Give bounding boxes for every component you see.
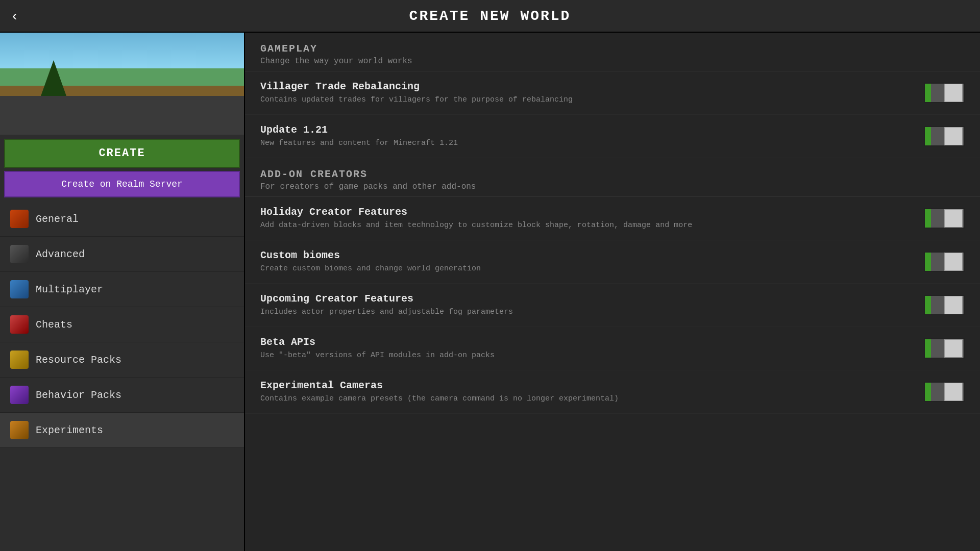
addon-section-title: ADD-ON CREATORS xyxy=(260,168,965,180)
back-button[interactable]: ‹ xyxy=(12,8,17,24)
table-row: Beta APIsUse "-beta" versions of API mod… xyxy=(245,327,980,370)
toggle-knob xyxy=(944,127,963,145)
toggle-knob xyxy=(944,383,963,401)
resource-icon xyxy=(10,350,29,369)
setting-name: Villager Trade Rebalancing xyxy=(260,81,914,92)
multiplayer-icon xyxy=(10,280,29,298)
toggle-active-indicator xyxy=(925,296,931,314)
toggle-switch[interactable] xyxy=(924,252,965,272)
toggle-switch[interactable] xyxy=(924,83,965,103)
toggle-container xyxy=(924,208,965,229)
world-preview xyxy=(0,33,244,135)
sidebar-item-label-advanced: Advanced xyxy=(36,248,85,260)
setting-info: Custom biomesCreate custom biomes and ch… xyxy=(260,249,914,274)
sidebar-item-label-cheats: Cheats xyxy=(36,319,72,331)
addon-section-desc: For creators of game packs and other add… xyxy=(260,182,965,191)
setting-description: Add data-driven blocks and item technolo… xyxy=(260,220,914,231)
setting-name: Upcoming Creator Features xyxy=(260,293,914,305)
table-row: Upcoming Creator FeaturesIncludes actor … xyxy=(245,284,980,327)
toggle-active-indicator xyxy=(925,84,931,102)
content-area: GAMEPLAY Change the way your world works… xyxy=(245,33,980,551)
toggle-switch[interactable] xyxy=(924,338,965,359)
behavior-icon xyxy=(10,386,29,404)
sidebar-item-general[interactable]: General xyxy=(0,202,244,237)
cheats-icon xyxy=(10,315,29,334)
gameplay-settings: Villager Trade RebalancingContains updat… xyxy=(245,71,980,158)
create-realm-button[interactable]: Create on Realm Server xyxy=(4,171,240,197)
setting-info: Upcoming Creator FeaturesIncludes actor … xyxy=(260,293,914,317)
addon-section-header: ADD-ON CREATORS For creators of game pac… xyxy=(245,158,980,197)
setting-name: Custom biomes xyxy=(260,249,914,261)
general-icon xyxy=(10,210,29,228)
setting-name: Beta APIs xyxy=(260,336,914,348)
toggle-container xyxy=(924,126,965,146)
setting-description: Use "-beta" versions of API modules in a… xyxy=(260,350,914,361)
toggle-active-indicator xyxy=(925,253,931,271)
experiments-icon xyxy=(10,421,29,439)
setting-info: Beta APIsUse "-beta" versions of API mod… xyxy=(260,336,914,361)
table-row: Villager Trade RebalancingContains updat… xyxy=(245,71,980,115)
toggle-switch[interactable] xyxy=(924,126,965,146)
setting-info: Holiday Creator FeaturesAdd data-driven … xyxy=(260,206,914,231)
setting-name: Update 1.21 xyxy=(260,124,914,136)
toggle-switch[interactable] xyxy=(924,295,965,315)
header: ‹ CREATE NEW WORLD xyxy=(0,0,980,33)
toggle-knob xyxy=(944,84,963,102)
toggle-switch[interactable] xyxy=(924,382,965,402)
setting-name: Experimental Cameras xyxy=(260,380,914,391)
setting-description: Contains example camera presets (the cam… xyxy=(260,393,914,404)
sidebar-item-label-behavior: Behavior Packs xyxy=(36,389,121,401)
setting-description: Contains updated trades for villagers fo… xyxy=(260,94,914,105)
toggle-container xyxy=(924,338,965,359)
sidebar-item-behavior[interactable]: Behavior Packs xyxy=(0,378,244,413)
table-row: Holiday Creator FeaturesAdd data-driven … xyxy=(245,197,980,240)
toggle-container xyxy=(924,295,965,315)
gameplay-section-title: GAMEPLAY xyxy=(260,43,965,55)
toggle-knob xyxy=(944,296,963,314)
sidebar-item-resource[interactable]: Resource Packs xyxy=(0,342,244,378)
world-preview-image xyxy=(0,33,244,135)
toggle-knob xyxy=(944,253,963,271)
toggle-switch[interactable] xyxy=(924,208,965,229)
setting-info: Experimental CamerasContains example cam… xyxy=(260,380,914,404)
table-row: Custom biomesCreate custom biomes and ch… xyxy=(245,240,980,284)
toggle-knob xyxy=(944,339,963,358)
sidebar-item-cheats[interactable]: Cheats xyxy=(0,307,244,342)
advanced-icon xyxy=(10,245,29,263)
sidebar-item-multiplayer[interactable]: Multiplayer xyxy=(0,272,244,307)
create-button[interactable]: CREATE xyxy=(4,139,240,168)
setting-description: Includes actor properties and adjustable… xyxy=(260,307,914,317)
toggle-active-indicator xyxy=(925,209,931,228)
gameplay-section-desc: Change the way your world works xyxy=(260,57,965,66)
toggle-container xyxy=(924,252,965,272)
page-title: CREATE NEW WORLD xyxy=(409,8,571,24)
sidebar-nav: GeneralAdvancedMultiplayerCheatsResource… xyxy=(0,202,244,551)
sidebar-item-label-experiments: Experiments xyxy=(36,424,103,436)
toggle-container xyxy=(924,382,965,402)
setting-info: Update 1.21New features and content for … xyxy=(260,124,914,148)
setting-description: Create custom biomes and change world ge… xyxy=(260,263,914,274)
gameplay-section-header: GAMEPLAY Change the way your world works xyxy=(245,33,980,71)
setting-name: Holiday Creator Features xyxy=(260,206,914,218)
setting-info: Villager Trade RebalancingContains updat… xyxy=(260,81,914,105)
toggle-active-indicator xyxy=(925,339,931,358)
sidebar-item-label-general: General xyxy=(36,213,79,225)
sidebar-item-label-resource: Resource Packs xyxy=(36,354,121,366)
sidebar-item-label-multiplayer: Multiplayer xyxy=(36,284,103,295)
toggle-active-indicator xyxy=(925,127,931,145)
main-layout: CREATE Create on Realm Server GeneralAdv… xyxy=(0,33,980,551)
setting-description: New features and content for Minecraft 1… xyxy=(260,138,914,148)
table-row: Experimental CamerasContains example cam… xyxy=(245,370,980,414)
table-row: Update 1.21New features and content for … xyxy=(245,115,980,158)
sidebar-buttons: CREATE Create on Realm Server xyxy=(0,135,244,202)
sidebar-item-experiments[interactable]: Experiments xyxy=(0,413,244,448)
toggle-active-indicator xyxy=(925,383,931,401)
addon-settings: Holiday Creator FeaturesAdd data-driven … xyxy=(245,197,980,414)
sidebar: CREATE Create on Realm Server GeneralAdv… xyxy=(0,33,245,551)
toggle-knob xyxy=(944,209,963,228)
sidebar-item-advanced[interactable]: Advanced xyxy=(0,237,244,272)
toggle-container xyxy=(924,83,965,103)
